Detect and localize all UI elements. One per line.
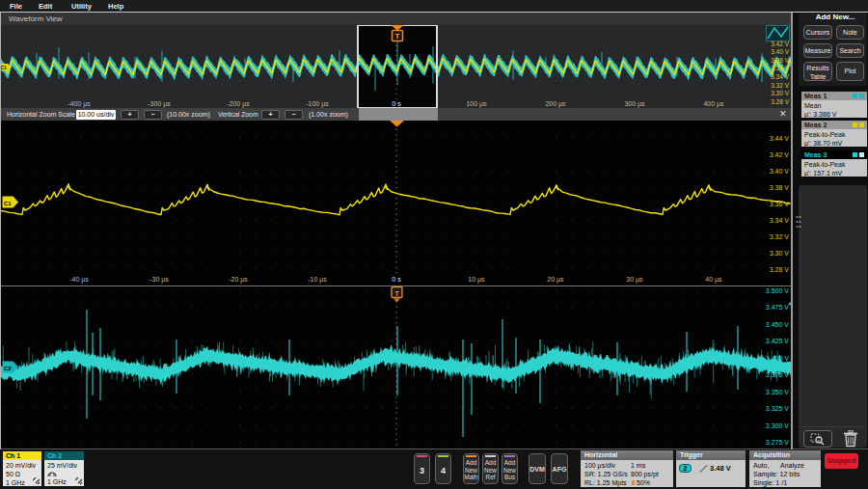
svg-text:3.32 V: 3.32 V: [770, 233, 790, 240]
svg-text:T: T: [394, 289, 399, 298]
svg-text:3.425 V: 3.425 V: [766, 338, 789, 344]
svg-text:40 µs: 40 µs: [705, 276, 722, 284]
svg-text:-30 µs: -30 µs: [149, 276, 169, 284]
svg-text:-40 µs: -40 µs: [69, 276, 89, 284]
svg-text:-20 µs: -20 µs: [229, 276, 248, 284]
svg-text:C2: C2: [4, 366, 12, 371]
svg-text:3.30 V: 3.30 V: [770, 250, 790, 257]
svg-text:3.325 V: 3.325 V: [766, 405, 789, 412]
svg-text:10 µs: 10 µs: [468, 276, 485, 284]
svg-text:-100 µs: -100 µs: [306, 100, 329, 108]
svg-text:200 µs: 200 µs: [545, 100, 566, 108]
svg-text:3.34 V: 3.34 V: [770, 217, 790, 224]
svg-text:3.36 V: 3.36 V: [771, 65, 789, 71]
svg-text:30 µs: 30 µs: [626, 276, 643, 284]
svg-text:3.38 V: 3.38 V: [771, 57, 789, 64]
svg-text:300 µs: 300 µs: [624, 100, 645, 108]
svg-text:-200 µs: -200 µs: [227, 100, 250, 108]
svg-text:400 µs: 400 µs: [703, 100, 724, 108]
svg-text:3.275 V: 3.275 V: [766, 439, 789, 446]
svg-text:3.30 V: 3.30 V: [771, 90, 789, 96]
svg-text:-300 µs: -300 µs: [148, 100, 171, 108]
svg-text:100 µs: 100 µs: [466, 100, 487, 108]
svg-text:3.32 V: 3.32 V: [771, 82, 789, 89]
svg-text:3.350 V: 3.350 V: [766, 389, 789, 395]
svg-text:3.44 V: 3.44 V: [770, 135, 790, 142]
svg-text:C1: C1: [4, 201, 12, 206]
svg-text:3.475 V: 3.475 V: [766, 304, 789, 311]
svg-text:0 s: 0 s: [392, 276, 401, 283]
svg-text:0 s: 0 s: [392, 100, 401, 107]
svg-text:C1: C1: [1, 65, 8, 70]
svg-text:3.34 V: 3.34 V: [771, 73, 789, 80]
svg-text:20 µs: 20 µs: [547, 276, 564, 284]
svg-text:3.450 V: 3.450 V: [766, 321, 789, 328]
svg-text:-400 µs: -400 µs: [68, 100, 91, 108]
svg-text:3.500 V: 3.500 V: [766, 287, 789, 294]
svg-text:3.28 V: 3.28 V: [771, 98, 789, 105]
svg-text:3.40 V: 3.40 V: [770, 168, 790, 175]
svg-text:3.40 V: 3.40 V: [771, 48, 789, 55]
svg-text:3.28 V: 3.28 V: [770, 266, 790, 273]
svg-text:T: T: [395, 32, 400, 41]
svg-text:3.42 V: 3.42 V: [770, 151, 790, 158]
svg-text:3.38 V: 3.38 V: [770, 184, 790, 191]
svg-text:-10 µs: -10 µs: [308, 276, 327, 284]
svg-text:3.300 V: 3.300 V: [766, 422, 789, 429]
